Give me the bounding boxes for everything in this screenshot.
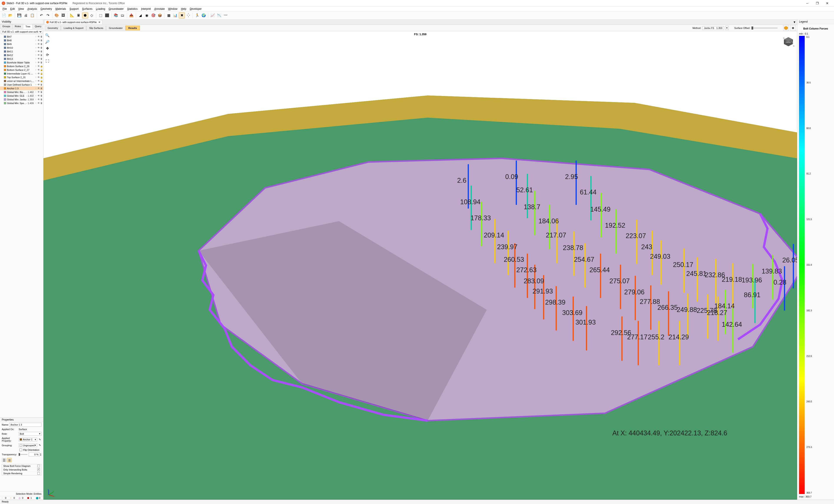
method-select[interactable]: Janbu FS 1.359: [702, 26, 724, 30]
visibility-up-icon[interactable]: ↑: [35, 80, 37, 82]
axes-toggle-icon[interactable]: ✖: [179, 13, 185, 19]
menu-groundwater[interactable]: Groundwater: [107, 7, 125, 11]
delete-icon[interactable]: 🗑: [40, 83, 43, 86]
minimize-button[interactable]: ─: [802, 0, 812, 6]
visibility-tab-groups[interactable]: Groups: [0, 24, 13, 28]
visibility-tree[interactable]: BH7↑👁🗑BH8↑👁🗑BH9↑👁🗑BH10↑👁🗑BH11↑👁🗑BH12↑👁🗑B…: [0, 35, 43, 417]
option-row[interactable]: Show Bolt Force Diagram: [2, 464, 41, 468]
tree-item[interactable]: Bottom Surface 2_26↑👁🔒: [0, 64, 43, 68]
visibility-up-icon[interactable]: ↑: [35, 69, 37, 71]
visibility-up-icon[interactable]: ↑: [35, 98, 37, 101]
delete-icon[interactable]: 🗑: [40, 58, 43, 60]
eye-icon[interactable]: 👁: [37, 72, 40, 75]
eye-icon[interactable]: 👁: [37, 83, 40, 86]
eye-icon[interactable]: 👁: [37, 43, 40, 45]
select-lasso-icon[interactable]: ⬛: [104, 13, 110, 19]
image-icon[interactable]: 🖼: [60, 13, 66, 19]
eye-icon[interactable]: 👁: [37, 87, 40, 90]
visibility-up-icon[interactable]: ↑: [35, 54, 37, 57]
lock-icon[interactable]: 🔒: [40, 69, 43, 71]
fit-icon[interactable]: ⛶: [45, 59, 50, 64]
eye-icon[interactable]: 👁: [37, 91, 40, 93]
globe-icon[interactable]: 🌍: [201, 13, 207, 19]
eye-icon[interactable]: 👁: [37, 61, 40, 64]
surface1-icon[interactable]: ◢: [137, 13, 144, 19]
workflow-step-loading-support[interactable]: Loading & Support: [61, 26, 86, 30]
tree-item[interactable]: BH9↑👁🗑: [0, 42, 43, 46]
lock-icon[interactable]: 🔒: [40, 80, 43, 82]
menu-loading[interactable]: Loading: [94, 7, 107, 11]
tree-item[interactable]: BH7↑👁🗑: [0, 35, 43, 39]
zoom-in-icon[interactable]: 🔍: [45, 32, 50, 38]
visibility-up-icon[interactable]: ↑: [35, 58, 37, 60]
undo-icon[interactable]: ↶: [38, 13, 44, 19]
tree-item[interactable]: BH11↑👁🗑: [0, 49, 43, 53]
chart-bar-icon[interactable]: 📊: [172, 13, 178, 19]
visibility-up-icon[interactable]: ↑: [35, 61, 37, 64]
visibility-up-icon[interactable]: ↑: [35, 43, 37, 45]
chart2-icon[interactable]: 📉: [216, 13, 222, 19]
eye-icon[interactable]: 👁: [37, 39, 40, 42]
delete-icon[interactable]: 🗑: [40, 98, 43, 101]
surface2-icon[interactable]: ◉: [144, 13, 150, 19]
eye-icon[interactable]: 👁: [37, 50, 40, 53]
chart1-icon[interactable]: 📈: [210, 13, 216, 19]
tree-item[interactable]: Intermediate Layer #1 2_28↑👁🔒: [0, 72, 43, 75]
nav-cube[interactable]: FRONTRIGHTSN: [782, 36, 794, 48]
document-combo[interactable]: Full 3D v.1- with support-one surface-RS…: [1, 29, 42, 34]
visibility-up-icon[interactable]: ↑: [35, 94, 37, 97]
menu-materials[interactable]: Materials: [53, 7, 68, 11]
tree-item[interactable]: Global Min: GLE· 1.432↑👁🗑: [0, 94, 43, 97]
menu-analysis[interactable]: Analysis: [26, 7, 39, 11]
menu-geometry[interactable]: Geometry: [39, 7, 54, 11]
menu-surfaces[interactable]: Surfaces: [80, 7, 94, 11]
layers-icon[interactable]: 📚: [113, 13, 119, 19]
report-icon[interactable]: 📋: [29, 13, 36, 19]
delete-icon[interactable]: 🗑: [40, 102, 43, 105]
export-icon[interactable]: 📤: [128, 13, 134, 19]
tab-dropdown-icon[interactable]: ▾: [792, 20, 797, 24]
redo-icon[interactable]: ↷: [45, 13, 51, 19]
grouping-select[interactable]: Ungrouped▾: [19, 443, 37, 447]
name-input[interactable]: [9, 423, 42, 427]
eye-icon[interactable]: 👁: [37, 69, 40, 71]
select-box-icon[interactable]: ⬚: [97, 13, 104, 19]
tree-item[interactable]: Bottom Surface 2_27↑👁🔒: [0, 68, 43, 72]
list-view-icon[interactable]: ☰: [2, 458, 6, 462]
delete-icon[interactable]: 🗑: [40, 94, 43, 97]
edit-grouping-icon[interactable]: ✎: [38, 444, 42, 447]
tree-item[interactable]: union w/ Intermediate Layer #↑👁🔒: [0, 79, 43, 83]
measure-icon[interactable]: 📐: [69, 13, 75, 19]
visibility-tab-query[interactable]: Query: [32, 24, 44, 28]
edit-applied-prop-icon[interactable]: ✎: [38, 438, 42, 441]
method-dropdown-icon[interactable]: ▾: [725, 26, 729, 30]
visibility-up-icon[interactable]: ↑: [35, 87, 37, 90]
workflow-step-slip-surfaces[interactable]: Slip Surfaces: [86, 26, 106, 30]
delete-icon[interactable]: 🗑: [40, 91, 43, 93]
option-checkbox[interactable]: [37, 468, 40, 471]
delete-icon[interactable]: 🗑: [40, 46, 43, 49]
menu-help[interactable]: Help: [179, 7, 188, 11]
workflow-step-groundwater[interactable]: Groundwater: [106, 26, 126, 30]
tree-item[interactable]: Global Min: Spencer· 1.439↑👁🗑: [0, 101, 43, 105]
flip-orientation-checkbox[interactable]: [19, 448, 22, 451]
visibility-tab-tree[interactable]: Tree: [23, 24, 32, 29]
option-checkbox[interactable]: [37, 472, 40, 475]
menu-file[interactable]: File: [1, 7, 8, 11]
tree-item[interactable]: BH10↑👁🗑: [0, 46, 43, 49]
target-icon[interactable]: 🎯: [150, 13, 156, 19]
surface-offset-slider[interactable]: [751, 28, 777, 28]
menu-edit[interactable]: Edit: [8, 7, 17, 11]
visibility-up-icon[interactable]: ↑: [35, 46, 37, 49]
transparency-value[interactable]: [29, 453, 40, 456]
grid-icon[interactable]: ▦: [166, 13, 172, 19]
menu-window[interactable]: Window: [167, 7, 179, 11]
lock-icon[interactable]: 🔒: [40, 65, 43, 68]
delete-icon[interactable]: 🗑: [40, 39, 43, 42]
applied-prop-select[interactable]: Anchor 1▾: [19, 438, 37, 441]
visibility-up-icon[interactable]: ↑: [35, 76, 37, 79]
eye-icon[interactable]: 👁: [37, 94, 40, 97]
visibility-up-icon[interactable]: ↑: [35, 83, 37, 86]
option-checkbox[interactable]: [37, 465, 40, 467]
workflow-step-geometry[interactable]: Geometry: [45, 26, 61, 30]
